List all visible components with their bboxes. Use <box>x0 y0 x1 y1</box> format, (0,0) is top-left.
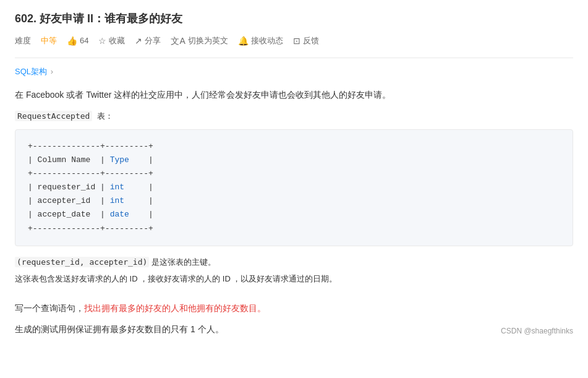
breadcrumb[interactable]: SQL架构 › <box>15 66 573 79</box>
table-name: RequestAccepted <box>15 111 92 121</box>
table-border-top: +--------------+---------+ <box>28 142 153 151</box>
query-desc: 写一个查询语句，找出拥有最多的好友的人和他拥有的好友数目。 <box>15 301 573 316</box>
share-button[interactable]: ↗ 分享 <box>135 34 161 48</box>
share-icon: ↗ <box>135 34 142 48</box>
row3-type: date <box>110 210 129 219</box>
key-note-1-text: 是这张表的主键。 <box>151 257 216 267</box>
subscribe-button[interactable]: 🔔 接收动态 <box>238 34 283 48</box>
feedback-button[interactable]: ⊡ 反馈 <box>293 34 319 48</box>
breadcrumb-arrow: › <box>51 67 53 76</box>
difficulty-value: 中等 <box>41 35 57 48</box>
share-label: 分享 <box>145 35 161 48</box>
row2-type: int <box>110 196 124 205</box>
section-gap <box>15 288 573 301</box>
toolbar-row: 难度 中等 👍 64 ☆ 收藏 ↗ 分享 文A 切换为英文 🔔 接收动态 ⊡ 反… <box>15 34 573 48</box>
key-mono: (requester_id, accepter_id) <box>15 257 149 267</box>
test-note: 生成的测试用例保证拥有最多好友数目的只有 1 个人。 <box>15 322 224 337</box>
title-row: 602. 好友申请 II：谁有最多的好友 <box>15 10 573 28</box>
collect-button[interactable]: ☆ 收藏 <box>98 34 125 48</box>
switch-lang-label: 切换为英文 <box>188 35 228 48</box>
key-note-2: 这张表包含发送好友请求的人的 ID ，接收好友请求的人的 ID ，以及好友请求通… <box>15 272 573 286</box>
page-title: 602. 好友申请 II：谁有最多的好友 <box>15 10 182 28</box>
star-icon: ☆ <box>98 34 106 48</box>
translate-icon: 文A <box>171 34 185 48</box>
like-button[interactable]: 👍 64 <box>67 34 88 48</box>
difficulty-label: 难度 <box>15 35 31 48</box>
code-block: +--------------+---------+ | Column Name… <box>15 129 573 246</box>
collect-label: 收藏 <box>109 35 125 48</box>
page-container: 602. 好友申请 II：谁有最多的好友 难度 中等 👍 64 ☆ 收藏 ↗ 分… <box>0 0 588 378</box>
subscribe-label: 接收动态 <box>251 35 283 48</box>
row1-type: int <box>110 183 124 192</box>
type-header: Type <box>110 155 129 165</box>
query-intro: 写一个查询语句， <box>15 303 84 313</box>
table-border-bot: +--------------+---------+ <box>28 224 153 233</box>
table-label: RequestAccepted 表： <box>15 110 573 123</box>
query-highlight: 找出拥有最多的好友的人和他拥有的好友数目。 <box>84 303 266 313</box>
description: 在 Facebook 或者 Twitter 这样的社交应用中，人们经常会发好友申… <box>15 87 573 103</box>
switch-lang-button[interactable]: 文A 切换为英文 <box>171 34 228 48</box>
table-border-mid: +--------------+---------+ <box>28 169 153 178</box>
key-note-1: (requester_id, accepter_id) 是这张表的主键。 <box>15 255 573 269</box>
table-label-suffix: 表： <box>97 111 113 121</box>
csdn-watermark: CSDN @shaegfthinks <box>501 325 573 337</box>
divider <box>15 58 573 58</box>
breadcrumb-text: SQL架构 <box>15 67 47 76</box>
bell-icon: 🔔 <box>238 34 249 48</box>
feedback-label: 反馈 <box>303 35 319 48</box>
like-count: 64 <box>80 35 88 48</box>
feedback-icon: ⊡ <box>293 34 300 48</box>
like-icon: 👍 <box>67 34 77 48</box>
